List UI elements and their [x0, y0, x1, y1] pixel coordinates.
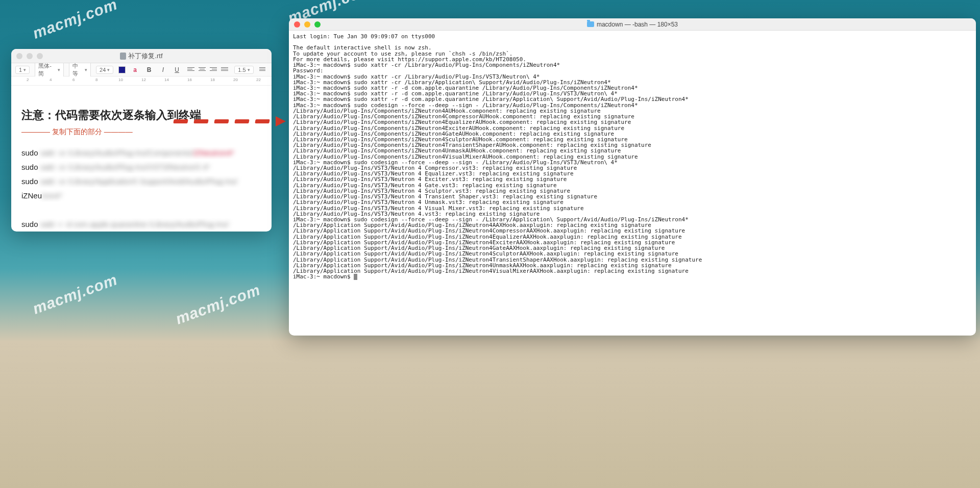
- align-right-button[interactable]: [209, 65, 218, 74]
- style-dropdown[interactable]: 1: [15, 66, 30, 74]
- ruler-tick: 14: [164, 78, 169, 82]
- weight-dropdown[interactable]: 中等: [69, 61, 91, 79]
- arrow-dash: [214, 119, 229, 123]
- document-icon: [120, 53, 126, 60]
- align-center-button[interactable]: [198, 65, 207, 74]
- font-value: 黑体-简: [38, 62, 56, 78]
- terminal-title-text: macdown — -bash — 180×53: [597, 21, 678, 28]
- terminal-cursor: [354, 274, 357, 280]
- watermark: macmj.com: [30, 271, 119, 317]
- textedit-title: 补丁修复.rtf: [11, 52, 272, 61]
- line-spacing-value: 1.5: [238, 67, 246, 73]
- text-color-swatch[interactable]: [118, 66, 126, 73]
- arrow-dash: [234, 119, 249, 123]
- italic-button[interactable]: I: [159, 65, 167, 74]
- terminal-title: macdown — -bash — 180×53: [289, 21, 976, 28]
- weight-value: 中等: [72, 62, 83, 78]
- doc-line: sudo xattr -cr /Library/Application\\ Su…: [21, 175, 261, 188]
- font-dropdown[interactable]: 黑体-简: [35, 61, 64, 79]
- bold-button[interactable]: B: [144, 65, 153, 74]
- doc-line: sudo xattr -cr /Library/Audio/Plug-Ins/C…: [21, 147, 261, 159]
- doc-line: iZNeutron4*: [21, 190, 261, 202]
- size-dropdown[interactable]: 24: [96, 66, 113, 74]
- size-value: 24: [100, 67, 106, 73]
- ruler-tick: 6: [72, 78, 75, 82]
- arrow-dash: [193, 119, 208, 123]
- ruler-tick: 16: [187, 78, 192, 82]
- textedit-title-text: 补丁修复.rtf: [128, 52, 162, 61]
- guide-arrow: [174, 116, 286, 126]
- doc-subheading: ———— 复制下面的部分 ————: [21, 126, 261, 137]
- doc-line: sudo xattr -r -d com.apple.quarantine /L…: [21, 218, 261, 230]
- terminal-titlebar[interactable]: macdown — -bash — 180×53: [289, 18, 976, 31]
- ruler-tick: 2: [27, 78, 29, 82]
- align-group: [186, 65, 229, 74]
- textedit-body[interactable]: 注意：代码需要依次逐条输入到终端 ———— 复制下面的部分 ———— sudo …: [11, 86, 272, 232]
- align-justify-button[interactable]: [220, 65, 229, 74]
- watermark: macmj.com: [30, 0, 119, 42]
- ruler-tick: 10: [118, 78, 123, 82]
- doc-line: sudo xattr -cr /Library/Audio/Plug-Ins/V…: [21, 161, 261, 173]
- textedit-toolbar: 1 黑体-简 中等 24 a B I U 1.5: [11, 63, 272, 76]
- ruler-tick: 18: [210, 78, 215, 82]
- underline-button[interactable]: U: [173, 65, 181, 74]
- terminal-window: macdown — -bash — 180×53 Last login: Tue…: [289, 18, 976, 336]
- folder-icon: [587, 21, 594, 27]
- textedit-titlebar[interactable]: 补丁修复.rtf: [11, 49, 272, 63]
- ruler: 246810121416182022: [11, 76, 272, 86]
- doc-line: [21, 204, 261, 216]
- ruler-tick: 22: [256, 78, 261, 82]
- watermark: macmj.com: [173, 281, 262, 327]
- arrow-head-icon: [276, 116, 286, 126]
- align-left-button[interactable]: [186, 65, 195, 74]
- style-value: 1: [19, 67, 22, 73]
- ruler-tick: 20: [233, 78, 238, 82]
- terminal-body[interactable]: Last login: Tue Jan 30 09:09:07 on ttys0…: [289, 31, 976, 336]
- highlight-icon[interactable]: a: [131, 65, 139, 74]
- list-button[interactable]: [259, 65, 267, 74]
- line-spacing-dropdown[interactable]: 1.5: [234, 66, 253, 74]
- textedit-window: 补丁修复.rtf 1 黑体-简 中等 24 a B I U 1.5 246810…: [11, 49, 272, 232]
- arrow-dash: [255, 119, 270, 123]
- arrow-dash: [173, 119, 188, 123]
- ruler-tick: 8: [95, 78, 97, 82]
- ruler-tick: 4: [50, 78, 52, 82]
- ruler-tick: 12: [141, 78, 146, 82]
